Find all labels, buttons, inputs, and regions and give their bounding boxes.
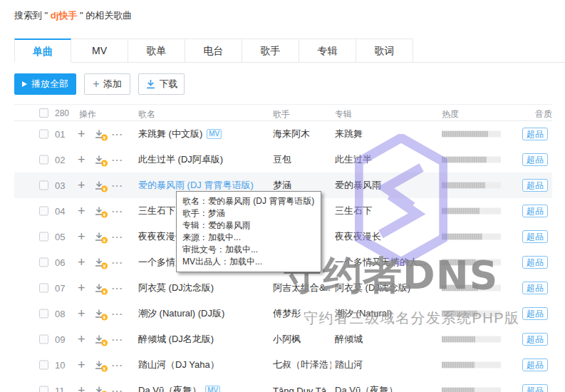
table-row[interactable]: 01+¥···来跳舞 (中文版)MV海来阿木来跳舞超品 (14, 121, 552, 147)
row-checkbox[interactable] (39, 335, 48, 344)
song-link[interactable]: 此生过半 (DJ阿卓版) (138, 153, 223, 166)
tab-album[interactable]: 专辑 (299, 38, 356, 63)
album-cell[interactable]: Da Vũ（夜舞） (335, 384, 439, 392)
download-song-icon[interactable]: ¥ (94, 207, 104, 216)
artist-cell[interactable]: 阿吉太组合&... (273, 282, 331, 294)
album-cell[interactable]: 夜夜夜漫长 (335, 230, 439, 243)
tooltip-line: 专辑：爱的暴风雨 (182, 220, 315, 232)
tab-radio[interactable]: 电台 (185, 38, 242, 63)
download-song-icon[interactable]: ¥ (94, 181, 104, 190)
song-link[interactable]: 醉倾城 (DJ名龙版) (138, 333, 214, 346)
row-checkbox[interactable] (39, 181, 48, 190)
header-artist: 歌手 (273, 108, 290, 120)
download-song-icon[interactable]: ¥ (94, 386, 104, 392)
add-to-playlist-icon[interactable]: + (78, 306, 85, 321)
more-actions-icon[interactable]: ··· (112, 155, 123, 165)
row-checkbox[interactable] (39, 130, 48, 139)
more-actions-icon[interactable]: ··· (112, 206, 123, 217)
mv-badge[interactable]: MV (207, 129, 222, 139)
tab-bar: 单曲MV歌单电台歌手专辑歌词 (14, 38, 565, 63)
table-row[interactable]: 08+¥···潮汐 (Natural) (DJ版)傅梦彤潮汐 (Natural)… (14, 301, 552, 326)
table-row[interactable]: 02+¥···此生过半 (DJ阿卓版)豆包此生过半超品 (14, 147, 552, 172)
song-cell: 潮汐 (Natural) (DJ版) (138, 307, 271, 320)
album-cell[interactable]: 醉倾城 (335, 333, 439, 346)
more-actions-icon[interactable]: ··· (112, 309, 123, 319)
song-link[interactable]: Da Vũ（夜舞） (138, 384, 201, 392)
download-song-icon[interactable]: ¥ (94, 258, 104, 267)
select-all-checkbox[interactable] (39, 108, 48, 118)
song-link[interactable]: 来跳舞 (中文版) (138, 128, 202, 140)
download-song-icon[interactable]: ¥ (94, 130, 104, 139)
add-to-playlist-icon[interactable]: + (78, 204, 85, 219)
artist-cell[interactable]: Tăng Duy Tâ... (273, 386, 331, 392)
album-cell[interactable]: 阿衣莫 (DJ沈念版) (335, 282, 439, 294)
download-song-icon[interactable]: ¥ (94, 361, 104, 370)
download-button[interactable]: 下载 (138, 73, 185, 95)
artist-cell[interactable]: 七叔（叶泽浩） (273, 359, 331, 371)
row-number: 01 (55, 129, 65, 140)
download-song-icon[interactable]: ¥ (94, 309, 104, 319)
album-cell[interactable]: 来跳舞 (335, 128, 439, 140)
search-summary: 搜索到 " dj快手 " 的相关歌曲 (14, 9, 132, 22)
more-actions-icon[interactable]: ··· (112, 180, 123, 191)
tab-mv[interactable]: MV (71, 38, 128, 63)
more-actions-icon[interactable]: ··· (112, 257, 123, 268)
artist-cell[interactable]: 傅梦彤 (273, 307, 331, 320)
more-actions-icon[interactable]: ··· (112, 360, 123, 371)
more-actions-icon[interactable]: ··· (112, 386, 123, 392)
add-to-playlist-icon[interactable]: + (78, 383, 85, 392)
artist-cell[interactable]: 梦涵 (273, 179, 331, 192)
album-cell[interactable]: 爱的暴风雨 (335, 179, 439, 192)
play-all-button[interactable]: 播放全部 (14, 73, 76, 95)
tab-playlist[interactable]: 歌单 (128, 38, 185, 63)
heat-bar (442, 362, 501, 368)
row-checkbox[interactable] (39, 284, 48, 293)
album-cell[interactable]: 三生石下 (335, 205, 439, 217)
tab-single[interactable]: 单曲 (14, 38, 71, 63)
download-song-icon[interactable]: ¥ (94, 155, 104, 165)
mv-badge[interactable]: MV (205, 386, 220, 392)
plus-icon: + (93, 78, 99, 90)
album-cell[interactable]: 此生过半 (335, 153, 439, 166)
download-song-icon[interactable]: ¥ (94, 232, 104, 242)
table-row[interactable]: 07+¥···阿衣莫 (DJ沈念版)阿吉太组合&...阿衣莫 (DJ沈念版)超品 (14, 275, 552, 301)
artist-cell[interactable]: 豆包 (273, 153, 331, 166)
song-link[interactable]: 潮汐 (Natural) (DJ版) (138, 307, 224, 320)
row-checkbox[interactable] (39, 386, 48, 392)
add-button[interactable]: + 添加 (84, 73, 130, 95)
download-song-icon[interactable]: ¥ (94, 335, 104, 344)
add-to-playlist-icon[interactable]: + (78, 281, 85, 296)
song-link[interactable]: 踏山河（DJ Yaha） (138, 359, 219, 371)
add-to-playlist-icon[interactable]: + (78, 229, 85, 244)
tab-artist[interactable]: 歌手 (242, 38, 299, 63)
song-link[interactable]: 三生石下 (138, 205, 175, 217)
album-cell[interactable]: 一个多情又无情的人... (335, 256, 439, 269)
row-checkbox[interactable] (39, 232, 48, 242)
add-to-playlist-icon[interactable]: + (78, 127, 85, 142)
row-checkbox[interactable] (39, 155, 48, 165)
song-link[interactable]: 爱的暴风雨 (DJ 霄霄粤语版) (138, 179, 254, 192)
download-song-icon[interactable]: ¥ (94, 284, 104, 293)
add-to-playlist-icon[interactable]: + (78, 358, 85, 373)
add-to-playlist-icon[interactable]: + (78, 255, 85, 270)
table-row[interactable]: 10+¥···踏山河（DJ Yaha）七叔（叶泽浩）踏山河超品 (14, 352, 552, 378)
artist-cell[interactable]: 海来阿木 (273, 128, 331, 140)
row-checkbox[interactable] (39, 207, 48, 216)
add-to-playlist-icon[interactable]: + (78, 178, 85, 193)
table-row[interactable]: 09+¥···醉倾城 (DJ名龙版)小阿枫醉倾城超品 (14, 326, 552, 352)
table-row[interactable]: 11+¥···Da Vũ（夜舞）MVTăng Duy Tâ...Da Vũ（夜舞… (14, 378, 552, 392)
more-actions-icon[interactable]: ··· (112, 283, 123, 294)
album-cell[interactable]: 潮汐 (Natural) (335, 307, 439, 320)
album-cell[interactable]: 踏山河 (335, 359, 439, 371)
add-to-playlist-icon[interactable]: + (78, 332, 85, 347)
more-actions-icon[interactable]: ··· (112, 334, 123, 345)
song-link[interactable]: 阿衣莫 (DJ沈念版) (138, 282, 214, 294)
more-actions-icon[interactable]: ··· (112, 232, 123, 242)
add-to-playlist-icon[interactable]: + (78, 153, 85, 167)
row-checkbox[interactable] (39, 361, 48, 370)
row-checkbox[interactable] (39, 258, 48, 267)
more-actions-icon[interactable]: ··· (112, 129, 123, 140)
artist-cell[interactable]: 小阿枫 (273, 333, 331, 346)
tab-lyrics[interactable]: 歌词 (356, 38, 413, 63)
row-checkbox[interactable] (39, 309, 48, 319)
